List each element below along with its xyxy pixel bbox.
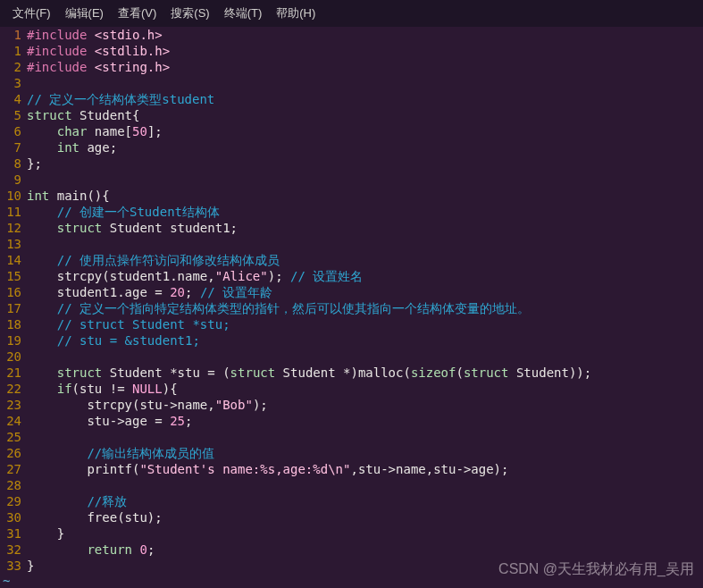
- code-line[interactable]: // stu = &student1;: [27, 332, 703, 349]
- code-line[interactable]: char name[50];: [27, 123, 703, 139]
- line-number: 2: [0, 59, 21, 75]
- code-line[interactable]: [27, 349, 703, 365]
- code-line[interactable]: student1.age = 20; // 设置年龄: [27, 284, 703, 300]
- line-number: 17: [0, 300, 21, 316]
- code-line[interactable]: strcpy(stu->name,"Bob");: [27, 397, 703, 413]
- line-number: 5: [0, 107, 21, 123]
- line-number: 1: [0, 27, 21, 43]
- line-number: 31: [0, 525, 21, 542]
- code-line[interactable]: // 定义一个结构体类型student: [27, 91, 703, 107]
- menu-view[interactable]: 查看(V): [113, 4, 162, 23]
- line-number: 26: [0, 445, 21, 461]
- menu-edit[interactable]: 编辑(E): [60, 4, 109, 23]
- watermark-text: CSDN @天生我材必有用_吴用: [498, 560, 694, 579]
- code-line[interactable]: stu->age = 25;: [27, 413, 703, 429]
- code-line[interactable]: int main(){: [27, 188, 703, 204]
- line-number: 12: [0, 220, 21, 236]
- line-number: 22: [0, 381, 21, 397]
- line-number: 8: [0, 155, 21, 172]
- line-number: 3: [0, 75, 21, 91]
- code-line[interactable]: [27, 477, 703, 493]
- line-number: 33: [0, 558, 21, 574]
- code-line[interactable]: //输出结构体成员的值: [27, 445, 703, 461]
- code-line[interactable]: #include <string.h>: [27, 59, 703, 75]
- code-line[interactable]: if(stu != NULL){: [27, 381, 703, 397]
- menu-terminal[interactable]: 终端(T): [219, 4, 268, 23]
- code-line[interactable]: // 使用点操作符访问和修改结构体成员: [27, 252, 703, 268]
- editor-area[interactable]: 1123456789101112131415161718192021222324…: [0, 27, 703, 574]
- line-number: 25: [0, 429, 21, 445]
- line-number: 30: [0, 509, 21, 525]
- code-line[interactable]: [27, 172, 703, 188]
- code-line[interactable]: [27, 429, 703, 445]
- line-number: 4: [0, 91, 21, 107]
- line-number-gutter: 1123456789101112131415161718192021222324…: [0, 27, 27, 574]
- menu-search[interactable]: 搜索(S): [165, 4, 214, 23]
- code-line[interactable]: struct Student{: [27, 107, 703, 123]
- line-number: 6: [0, 123, 21, 139]
- code-line[interactable]: // 创建一个Student结构体: [27, 204, 703, 220]
- line-number: 14: [0, 252, 21, 268]
- code-line[interactable]: // 定义一个指向特定结构体类型的指针，然后可以使其指向一个结构体变量的地址。: [27, 300, 703, 316]
- code-line[interactable]: int age;: [27, 139, 703, 155]
- line-number: 19: [0, 332, 21, 349]
- line-number: 7: [0, 139, 21, 155]
- code-line[interactable]: #include <stdio.h>: [27, 27, 703, 43]
- line-number: 9: [0, 172, 21, 188]
- line-number: 32: [0, 542, 21, 558]
- line-number: 28: [0, 477, 21, 493]
- code-line[interactable]: };: [27, 155, 703, 172]
- code-line[interactable]: [27, 236, 703, 252]
- code-line[interactable]: //释放: [27, 493, 703, 509]
- menu-help[interactable]: 帮助(H): [271, 4, 321, 23]
- line-number: 1: [0, 43, 21, 59]
- line-number: 11: [0, 204, 21, 220]
- code-line[interactable]: struct Student student1;: [27, 220, 703, 236]
- code-line[interactable]: [27, 75, 703, 91]
- menu-bar: 文件(F) 编辑(E) 查看(V) 搜索(S) 终端(T) 帮助(H): [0, 0, 703, 27]
- line-number: 18: [0, 316, 21, 332]
- code-line[interactable]: }: [27, 525, 703, 542]
- line-number: 29: [0, 493, 21, 509]
- line-number: 24: [0, 413, 21, 429]
- line-number: 27: [0, 461, 21, 477]
- code-line[interactable]: return 0;: [27, 542, 703, 558]
- code-line[interactable]: printf("Student's name:%s,age:%d\n",stu-…: [27, 461, 703, 477]
- code-content[interactable]: #include <stdio.h>#include <stdlib.h>#in…: [27, 27, 703, 574]
- line-number: 13: [0, 236, 21, 252]
- line-number: 10: [0, 188, 21, 204]
- line-number: 16: [0, 284, 21, 300]
- menu-file[interactable]: 文件(F): [7, 4, 56, 23]
- code-line[interactable]: free(stu);: [27, 509, 703, 525]
- code-line[interactable]: #include <stdlib.h>: [27, 43, 703, 59]
- line-number: 20: [0, 349, 21, 365]
- line-number: 15: [0, 268, 21, 284]
- code-line[interactable]: strcpy(student1.name,"Alice"); // 设置姓名: [27, 268, 703, 284]
- code-line[interactable]: // struct Student *stu;: [27, 316, 703, 332]
- line-number: 23: [0, 397, 21, 413]
- line-number: 21: [0, 365, 21, 381]
- code-line[interactable]: struct Student *stu = (struct Student *)…: [27, 365, 703, 381]
